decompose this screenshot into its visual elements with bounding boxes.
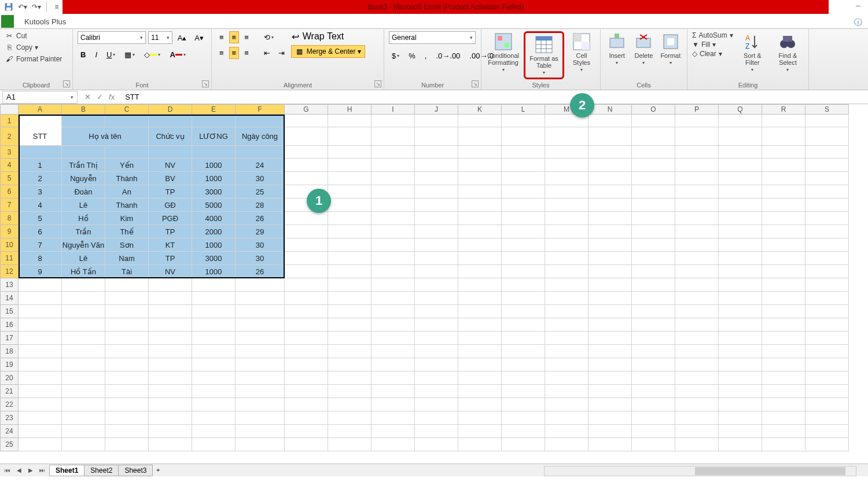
cell[interactable] — [675, 398, 719, 411]
number-dialog-launcher[interactable]: ↘ — [472, 80, 479, 87]
cell[interactable] — [415, 212, 458, 225]
cell[interactable] — [545, 225, 589, 238]
find-select-button[interactable]: Find & Select — [772, 31, 804, 73]
cell[interactable] — [62, 278, 105, 292]
cell[interactable] — [675, 127, 719, 146]
cell[interactable] — [502, 115, 545, 127]
cell[interactable] — [632, 115, 675, 127]
cell[interactable] — [19, 292, 62, 305]
format-painter-button[interactable]: 🖌Format Painter — [5, 54, 62, 64]
cell[interactable] — [458, 265, 502, 278]
cell[interactable] — [285, 212, 328, 225]
cell[interactable] — [458, 318, 502, 332]
cell[interactable]: Chức vụ — [149, 127, 192, 146]
conditional-formatting-button[interactable]: Conditional Formatting — [486, 31, 520, 73]
sheet-nav-last[interactable]: ⏭ — [37, 465, 47, 476]
cell[interactable]: TP — [149, 225, 192, 238]
cell[interactable]: Nam — [105, 252, 149, 265]
cell[interactable] — [415, 146, 458, 159]
cell[interactable] — [806, 212, 849, 225]
cell[interactable] — [372, 292, 415, 305]
cell[interactable] — [632, 318, 675, 332]
cell[interactable] — [372, 252, 415, 265]
cell[interactable] — [458, 332, 502, 345]
cell[interactable] — [105, 318, 149, 332]
cell[interactable] — [762, 238, 806, 252]
cell[interactable] — [236, 345, 285, 358]
cell[interactable] — [415, 127, 458, 146]
insert-cells-button[interactable]: Insert — [605, 31, 628, 67]
cell[interactable] — [236, 292, 285, 305]
cell[interactable] — [372, 198, 415, 212]
cell[interactable] — [762, 172, 806, 185]
cell[interactable] — [675, 198, 719, 212]
sheet-nav-first[interactable]: ⏮ — [2, 465, 13, 476]
cell[interactable] — [372, 305, 415, 318]
redo-icon[interactable]: ↷▾ — [31, 2, 42, 12]
cell[interactable] — [502, 127, 545, 146]
cell[interactable]: 1000 — [192, 159, 236, 172]
cell[interactable] — [762, 372, 806, 385]
sheet-tab[interactable]: Sheet1 — [49, 465, 84, 476]
cell[interactable] — [762, 212, 806, 225]
copy-button[interactable]: ⎘Copy ▾ — [5, 43, 62, 52]
cell[interactable] — [762, 278, 806, 292]
cell[interactable] — [675, 159, 719, 172]
cell[interactable] — [19, 115, 62, 127]
cell[interactable] — [192, 425, 236, 438]
cell[interactable] — [632, 198, 675, 212]
cell[interactable] — [545, 358, 589, 372]
cell[interactable] — [19, 305, 62, 318]
cell[interactable] — [285, 318, 328, 332]
cell[interactable] — [285, 146, 328, 159]
italic-button[interactable]: I — [92, 49, 100, 61]
cell[interactable] — [458, 238, 502, 252]
cell[interactable] — [675, 372, 719, 385]
cell[interactable] — [806, 438, 849, 451]
column-header[interactable]: P — [675, 104, 719, 115]
cell[interactable] — [328, 252, 372, 265]
cell[interactable] — [806, 372, 849, 385]
cell[interactable] — [285, 159, 328, 172]
autosum-button[interactable]: ΣAutoSum ▾ — [692, 31, 733, 39]
cell[interactable] — [589, 127, 632, 146]
cell[interactable] — [19, 358, 62, 372]
cell[interactable] — [415, 172, 458, 185]
cell[interactable] — [415, 358, 458, 372]
cell[interactable] — [458, 411, 502, 425]
cell[interactable] — [19, 278, 62, 292]
cell[interactable] — [372, 212, 415, 225]
comma-button[interactable]: , — [422, 50, 430, 62]
cell[interactable] — [675, 345, 719, 358]
cell[interactable] — [458, 438, 502, 451]
cell[interactable] — [415, 292, 458, 305]
cell[interactable] — [589, 425, 632, 438]
cell[interactable] — [328, 225, 372, 238]
cell[interactable] — [545, 185, 589, 198]
cell[interactable] — [458, 425, 502, 438]
cell[interactable] — [192, 358, 236, 372]
cell[interactable] — [192, 411, 236, 425]
column-headers[interactable]: ABCDEFGHIJKLMNOPQRS — [19, 104, 868, 115]
cell[interactable] — [415, 411, 458, 425]
cell[interactable] — [192, 318, 236, 332]
cell[interactable]: 30 — [236, 252, 285, 265]
cell[interactable] — [328, 115, 372, 127]
cell[interactable] — [62, 385, 105, 398]
cell[interactable] — [62, 398, 105, 411]
cell[interactable] — [502, 398, 545, 411]
cell[interactable] — [328, 438, 372, 451]
cell[interactable] — [458, 252, 502, 265]
cell[interactable] — [545, 411, 589, 425]
column-header[interactable]: D — [149, 104, 192, 115]
cell[interactable]: 8 — [19, 252, 62, 265]
cell[interactable]: BV — [149, 172, 192, 185]
cell[interactable] — [285, 278, 328, 292]
cell[interactable] — [149, 425, 192, 438]
row-header[interactable]: 4 — [0, 159, 19, 172]
cell[interactable] — [105, 292, 149, 305]
cell[interactable] — [806, 305, 849, 318]
column-header[interactable]: N — [589, 104, 632, 115]
cell[interactable] — [719, 198, 762, 212]
cell[interactable] — [545, 332, 589, 345]
